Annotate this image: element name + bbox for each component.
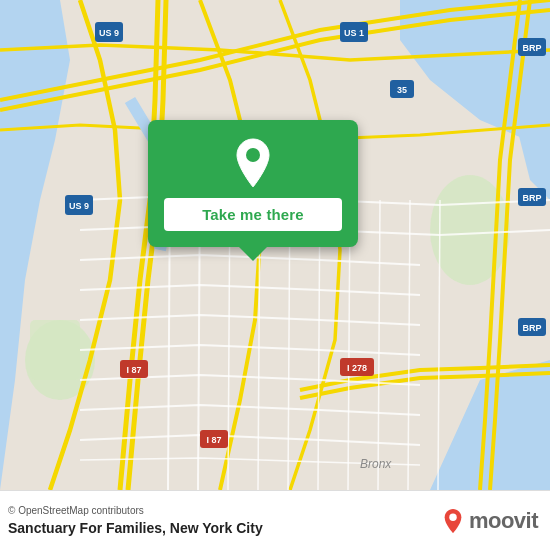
svg-text:BRP: BRP	[522, 193, 541, 203]
map-container: US 9 US 9 US 1 35 BRP BRP BRP I 87 I 87 …	[0, 0, 550, 490]
location-name: Sanctuary For Families, New York City	[8, 520, 263, 536]
moovit-pin-icon	[442, 508, 464, 534]
bottom-bar: © OpenStreetMap contributors Sanctuary F…	[0, 490, 550, 550]
svg-text:35: 35	[397, 85, 407, 95]
svg-text:I 278: I 278	[347, 363, 367, 373]
osm-attribution: © OpenStreetMap contributors	[8, 505, 263, 516]
svg-text:BRP: BRP	[522, 323, 541, 333]
svg-text:I 87: I 87	[206, 435, 221, 445]
take-me-there-button[interactable]: Take me there	[164, 198, 342, 231]
location-pin-icon	[228, 138, 278, 188]
bottom-left: © OpenStreetMap contributors Sanctuary F…	[8, 505, 263, 536]
popup-card: Take me there	[148, 120, 358, 247]
svg-text:US 9: US 9	[99, 28, 119, 38]
svg-text:I 87: I 87	[126, 365, 141, 375]
svg-text:Bronx: Bronx	[360, 457, 392, 471]
moovit-logo: moovit	[442, 508, 538, 534]
svg-text:US 9: US 9	[69, 201, 89, 211]
svg-rect-3	[30, 320, 80, 380]
svg-point-26	[449, 513, 456, 520]
svg-text:BRP: BRP	[522, 43, 541, 53]
svg-text:US 1: US 1	[344, 28, 364, 38]
svg-point-25	[246, 148, 260, 162]
moovit-brand-text: moovit	[469, 508, 538, 534]
